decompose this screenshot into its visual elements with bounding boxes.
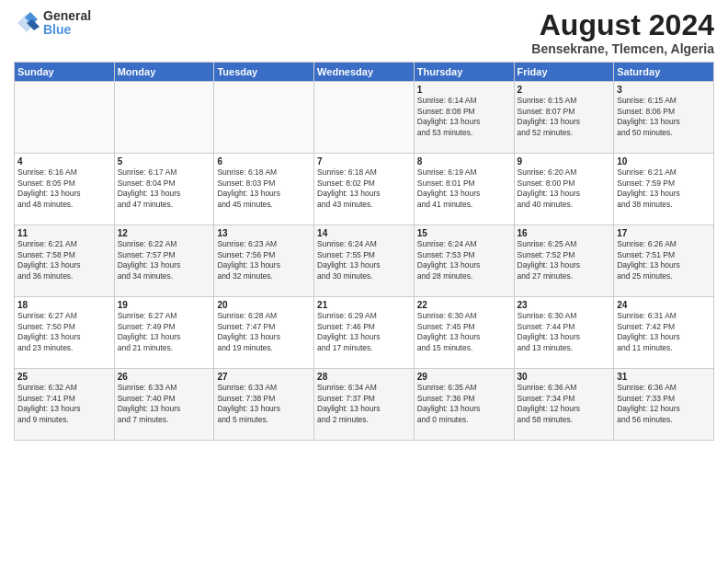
day-info: Sunrise: 6:15 AM Sunset: 8:06 PM Dayligh… [617,96,711,138]
calendar-cell: 4Sunrise: 6:16 AM Sunset: 8:05 PM Daylig… [15,154,115,225]
day-number: 3 [617,85,711,95]
day-number: 25 [17,372,111,382]
weekday-header-row: SundayMondayTuesdayWednesdayThursdayFrid… [15,63,714,82]
calendar-cell: 18Sunrise: 6:27 AM Sunset: 7:50 PM Dayli… [15,297,115,369]
calendar-cell: 21Sunrise: 6:29 AM Sunset: 7:46 PM Dayli… [314,297,415,369]
day-number: 15 [417,228,511,238]
day-info: Sunrise: 6:21 AM Sunset: 7:59 PM Dayligh… [617,167,711,210]
weekday-header-monday: Monday [114,63,214,82]
location: Bensekrane, Tlemcen, Algeria [531,41,714,56]
logo-blue-text: Blue [43,23,91,37]
day-info: Sunrise: 6:27 AM Sunset: 7:49 PM Dayligh… [118,311,211,353]
calendar-cell: 23Sunrise: 6:30 AM Sunset: 7:44 PM Dayli… [514,297,614,369]
day-number: 9 [518,156,611,167]
day-info: Sunrise: 6:18 AM Sunset: 8:02 PM Dayligh… [317,167,411,210]
day-number: 19 [118,300,211,310]
calendar-cell: 19Sunrise: 6:27 AM Sunset: 7:49 PM Dayli… [114,297,214,369]
day-number: 8 [417,156,511,167]
day-number: 7 [317,156,411,167]
day-info: Sunrise: 6:36 AM Sunset: 7:33 PM Dayligh… [617,383,711,425]
calendar-cell: 22Sunrise: 6:30 AM Sunset: 7:45 PM Dayli… [414,297,514,369]
calendar-cell: 12Sunrise: 6:22 AM Sunset: 7:57 PM Dayli… [114,225,214,297]
day-info: Sunrise: 6:33 AM Sunset: 7:38 PM Dayligh… [217,383,311,425]
day-info: Sunrise: 6:24 AM Sunset: 7:55 PM Dayligh… [317,239,411,282]
calendar-table: SundayMondayTuesdayWednesdayThursdayFrid… [14,62,714,441]
calendar-cell: 9Sunrise: 6:20 AM Sunset: 8:00 PM Daylig… [514,154,614,225]
calendar-cell: 10Sunrise: 6:21 AM Sunset: 7:59 PM Dayli… [614,154,714,225]
day-number: 6 [217,156,311,167]
calendar-week-row: 11Sunrise: 6:21 AM Sunset: 7:58 PM Dayli… [15,225,714,297]
calendar-cell: 3Sunrise: 6:15 AM Sunset: 8:06 PM Daylig… [614,82,714,154]
day-info: Sunrise: 6:35 AM Sunset: 7:36 PM Dayligh… [417,383,511,425]
day-number: 24 [617,300,711,310]
calendar-cell: 27Sunrise: 6:33 AM Sunset: 7:38 PM Dayli… [214,369,314,441]
day-info: Sunrise: 6:36 AM Sunset: 7:34 PM Dayligh… [518,383,611,425]
calendar-cell: 20Sunrise: 6:28 AM Sunset: 7:47 PM Dayli… [214,297,314,369]
calendar-cell: 14Sunrise: 6:24 AM Sunset: 7:55 PM Dayli… [314,225,415,297]
calendar-week-row: 4Sunrise: 6:16 AM Sunset: 8:05 PM Daylig… [15,154,714,225]
day-number: 12 [118,228,211,238]
day-number: 30 [518,372,611,382]
day-info: Sunrise: 6:20 AM Sunset: 8:00 PM Dayligh… [518,167,611,210]
calendar-cell: 30Sunrise: 6:36 AM Sunset: 7:34 PM Dayli… [514,369,614,441]
day-number: 14 [317,228,411,238]
day-info: Sunrise: 6:23 AM Sunset: 7:56 PM Dayligh… [217,239,311,282]
calendar-week-row: 18Sunrise: 6:27 AM Sunset: 7:50 PM Dayli… [15,297,714,369]
day-number: 28 [317,372,411,382]
weekday-header-wednesday: Wednesday [314,63,415,82]
calendar-cell: 11Sunrise: 6:21 AM Sunset: 7:58 PM Dayli… [15,225,115,297]
day-info: Sunrise: 6:34 AM Sunset: 7:37 PM Dayligh… [317,383,411,425]
day-number: 29 [417,372,511,382]
calendar-week-row: 1Sunrise: 6:14 AM Sunset: 8:08 PM Daylig… [15,82,714,154]
logo-text: General Blue [43,9,91,38]
weekday-header-thursday: Thursday [414,63,514,82]
calendar-cell: 8Sunrise: 6:19 AM Sunset: 8:01 PM Daylig… [414,154,514,225]
day-number: 13 [217,228,311,238]
day-info: Sunrise: 6:18 AM Sunset: 8:03 PM Dayligh… [217,167,311,210]
calendar-cell: 16Sunrise: 6:25 AM Sunset: 7:52 PM Dayli… [514,225,614,297]
calendar-cell: 7Sunrise: 6:18 AM Sunset: 8:02 PM Daylig… [314,154,415,225]
calendar-cell: 24Sunrise: 6:31 AM Sunset: 7:42 PM Dayli… [614,297,714,369]
day-info: Sunrise: 6:19 AM Sunset: 8:01 PM Dayligh… [417,167,511,210]
day-number: 11 [17,228,111,238]
day-info: Sunrise: 6:14 AM Sunset: 8:08 PM Dayligh… [417,96,511,138]
weekday-header-tuesday: Tuesday [214,63,314,82]
day-number: 4 [17,156,111,167]
calendar-cell: 1Sunrise: 6:14 AM Sunset: 8:08 PM Daylig… [414,82,514,154]
day-number: 10 [617,156,711,167]
day-info: Sunrise: 6:26 AM Sunset: 7:51 PM Dayligh… [617,239,711,282]
day-number: 22 [417,300,511,310]
logo-icon [14,10,40,36]
day-number: 31 [617,372,711,382]
day-number: 26 [118,372,211,382]
day-info: Sunrise: 6:16 AM Sunset: 8:05 PM Dayligh… [17,167,111,210]
day-info: Sunrise: 6:30 AM Sunset: 7:44 PM Dayligh… [518,311,611,353]
calendar-week-row: 25Sunrise: 6:32 AM Sunset: 7:41 PM Dayli… [15,369,714,441]
day-number: 5 [118,156,211,167]
calendar-cell [15,82,115,154]
day-info: Sunrise: 6:24 AM Sunset: 7:53 PM Dayligh… [417,239,511,282]
calendar-cell [214,82,314,154]
month-title: August 2024 [531,9,714,41]
calendar-cell: 28Sunrise: 6:34 AM Sunset: 7:37 PM Dayli… [314,369,415,441]
day-info: Sunrise: 6:33 AM Sunset: 7:40 PM Dayligh… [118,383,211,425]
weekday-header-sunday: Sunday [15,63,115,82]
title-area: August 2024 Bensekrane, Tlemcen, Algeria [531,9,714,56]
day-info: Sunrise: 6:21 AM Sunset: 7:58 PM Dayligh… [17,239,111,282]
calendar-cell: 25Sunrise: 6:32 AM Sunset: 7:41 PM Dayli… [15,369,115,441]
calendar-cell: 15Sunrise: 6:24 AM Sunset: 7:53 PM Dayli… [414,225,514,297]
day-number: 16 [518,228,611,238]
day-info: Sunrise: 6:32 AM Sunset: 7:41 PM Dayligh… [17,383,111,425]
page-header: General Blue August 2024 Bensekrane, Tle… [14,9,714,56]
calendar-cell [314,82,415,154]
day-number: 20 [217,300,311,310]
calendar-cell: 17Sunrise: 6:26 AM Sunset: 7:51 PM Dayli… [614,225,714,297]
day-number: 18 [17,300,111,310]
weekday-header-saturday: Saturday [614,63,714,82]
day-info: Sunrise: 6:30 AM Sunset: 7:45 PM Dayligh… [417,311,511,353]
calendar-cell: 5Sunrise: 6:17 AM Sunset: 8:04 PM Daylig… [114,154,214,225]
calendar-cell [114,82,214,154]
day-number: 17 [617,228,711,238]
weekday-header-friday: Friday [514,63,614,82]
day-number: 27 [217,372,311,382]
